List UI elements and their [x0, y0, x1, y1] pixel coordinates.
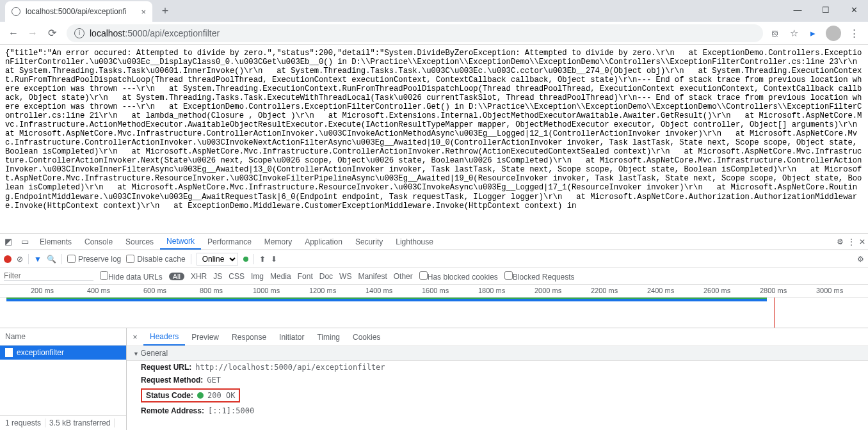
filter-img[interactable]: Img — [251, 272, 264, 281]
throttling-select[interactable]: Online — [197, 253, 238, 266]
settings-icon[interactable]: ⚙ — [837, 237, 844, 246]
titlebar: localhost:5000/api/exceptionfi × + — ☐ ✕ — [0, 0, 868, 22]
info-icon[interactable]: i — [74, 28, 84, 38]
filter-css[interactable]: CSS — [229, 272, 245, 281]
tick: 2200 ms — [591, 287, 618, 294]
record-button[interactable] — [4, 255, 12, 263]
maximize-button[interactable]: ☐ — [812, 0, 840, 19]
online-dot-icon — [243, 257, 248, 262]
request-name: exceptionfilter — [17, 348, 64, 357]
hide-data-urls-checkbox[interactable]: Hide data URLs — [100, 271, 163, 282]
detail-tabs: × Headers Preview Response Initiator Tim… — [127, 328, 868, 346]
devtools-tabs: ◩ ▭ Elements Console Sources Network Per… — [0, 234, 868, 250]
bookmark-icon[interactable]: ☆ — [787, 27, 800, 40]
request-detail: × Headers Preview Response Initiator Tim… — [127, 328, 868, 430]
timeline-bar — [6, 298, 767, 301]
request-count: 1 requests — [5, 418, 45, 427]
settings-icon[interactable]: ⚙ — [857, 255, 864, 264]
minimize-button[interactable]: — — [784, 0, 812, 19]
tick: 2400 ms — [647, 287, 674, 294]
filter-media[interactable]: Media — [270, 272, 291, 281]
window-controls: — ☐ ✕ — [784, 0, 868, 19]
tab-security[interactable]: Security — [349, 234, 389, 250]
close-detail-icon[interactable]: × — [127, 333, 143, 342]
tick: 1000 ms — [253, 287, 280, 294]
url-path: /api/exceptionfilter — [147, 28, 220, 38]
tab-initiator[interactable]: Initiator — [273, 328, 310, 346]
device-icon[interactable]: ▭ — [17, 234, 33, 250]
column-name[interactable]: Name — [0, 328, 126, 346]
filter-all[interactable]: All — [169, 273, 184, 280]
tab-lighthouse[interactable]: Lighthouse — [389, 234, 440, 250]
download-har-icon[interactable]: ⬇ — [271, 255, 277, 264]
tab-performance[interactable]: Performance — [201, 234, 258, 250]
general-section-header[interactable]: General — [127, 346, 868, 361]
tick: 3000 ms — [816, 287, 843, 294]
timeline-marker — [774, 298, 775, 328]
filter-other[interactable]: Other — [394, 272, 413, 281]
filter-font[interactable]: Font — [298, 272, 313, 281]
timeline-header: 200 ms 400 ms 600 ms 800 ms 1000 ms 1200… — [0, 285, 868, 298]
status-dot-icon — [197, 392, 204, 399]
tab-memory[interactable]: Memory — [258, 234, 298, 250]
preserve-log-checkbox[interactable]: Preserve log — [67, 255, 121, 264]
response-body: {"title":"An error occured: Attempted to… — [0, 45, 868, 233]
tick: 600 ms — [143, 287, 166, 294]
close-tab-icon[interactable]: × — [141, 7, 146, 17]
more-icon[interactable]: ⋮ — [848, 237, 855, 246]
tick: 1800 ms — [478, 287, 505, 294]
network-toolbar: ⊘ ▼ 🔍 Preserve log Disable cache Online … — [0, 250, 868, 268]
tab-preview[interactable]: Preview — [185, 328, 225, 346]
tab-timing[interactable]: Timing — [310, 328, 346, 346]
tab-network[interactable]: Network — [160, 234, 201, 250]
document-icon — [5, 348, 13, 357]
filter-js[interactable]: JS — [213, 272, 222, 281]
close-devtools-icon[interactable]: ✕ — [859, 237, 865, 246]
clear-icon[interactable]: ⊘ — [17, 255, 23, 264]
tick: 1600 ms — [422, 287, 449, 294]
request-row[interactable]: exceptionfilter — [0, 346, 126, 360]
menu-icon[interactable]: ⋮ — [848, 27, 860, 40]
blocked-requests-checkbox[interactable]: Blocked Requests — [504, 271, 575, 282]
extension-icon[interactable]: ▸ — [807, 27, 819, 40]
filter-icon[interactable]: ▼ — [34, 255, 42, 264]
back-button[interactable]: ← — [4, 24, 23, 43]
timeline-overview[interactable] — [0, 298, 868, 328]
new-tab-button[interactable]: + — [156, 2, 174, 20]
network-main: Name exceptionfilter 1 requests 3.5 kB t… — [0, 328, 868, 430]
tab-application[interactable]: Application — [298, 234, 349, 250]
filter-doc[interactable]: Doc — [319, 272, 333, 281]
request-method-row: Request Method: GET — [127, 374, 868, 386]
remote-address-row: Remote Address: [::1]:5000 — [127, 404, 868, 417]
globe-icon — [12, 7, 20, 16]
browser-tab[interactable]: localhost:5000/api/exceptionfi × — [5, 1, 152, 22]
transferred-size: 3.5 kB transferred — [49, 418, 115, 427]
filter-manifest[interactable]: Manifest — [358, 272, 387, 281]
tab-headers[interactable]: Headers — [143, 328, 185, 346]
filter-input[interactable] — [4, 271, 93, 281]
devtools: ◩ ▭ Elements Console Sources Network Per… — [0, 233, 868, 430]
search-icon[interactable]: 🔍 — [47, 255, 56, 264]
network-filter-bar: Hide data URLs All XHR JS CSS Img Media … — [0, 268, 868, 285]
inspect-icon[interactable]: ◩ — [0, 234, 17, 250]
filter-xhr[interactable]: XHR — [191, 272, 207, 281]
tab-cookies[interactable]: Cookies — [346, 328, 387, 346]
separator — [191, 254, 191, 264]
separator — [253, 254, 254, 264]
tab-title: localhost:5000/api/exceptionfi — [26, 7, 126, 16]
has-blocked-cookies-checkbox[interactable]: Has blocked cookies — [419, 271, 498, 282]
filter-ws[interactable]: WS — [339, 272, 351, 281]
tab-elements[interactable]: Elements — [33, 234, 78, 250]
address-bar[interactable]: i localhost:5000/api/exceptionfilter — [67, 24, 763, 42]
tab-console[interactable]: Console — [78, 234, 119, 250]
reload-button[interactable]: ⟳ — [42, 24, 61, 43]
tab-response[interactable]: Response — [225, 328, 273, 346]
disable-cache-checkbox[interactable]: Disable cache — [126, 255, 185, 264]
forward-button[interactable]: → — [23, 24, 42, 43]
avatar-icon[interactable] — [826, 26, 841, 41]
tab-sources[interactable]: Sources — [119, 234, 160, 250]
upload-har-icon[interactable]: ⬆ — [259, 255, 266, 264]
close-window-button[interactable]: ✕ — [840, 0, 868, 19]
tick: 2000 ms — [534, 287, 561, 294]
translate-icon[interactable]: ⦻ — [768, 27, 781, 40]
